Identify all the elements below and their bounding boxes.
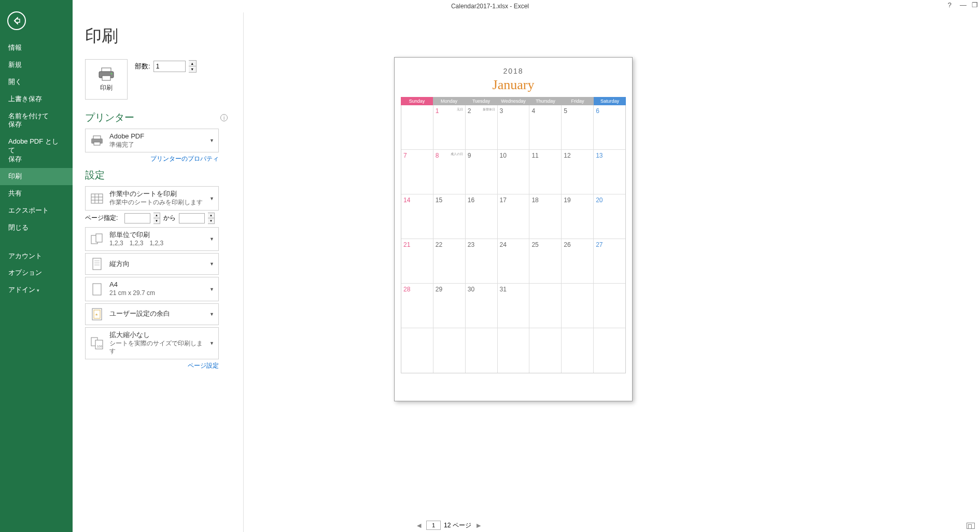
- chevron-down-icon: ▼: [209, 287, 214, 292]
- calendar-cell: 14: [401, 194, 433, 239]
- calendar-cell: 3: [498, 105, 530, 150]
- page-to-spinner[interactable]: ▲▼: [208, 213, 215, 224]
- copies-label: 部数:: [135, 62, 150, 71]
- calendar-day-header: Sunday: [401, 97, 433, 105]
- calendar-day-header: Thursday: [529, 97, 562, 105]
- nav-item[interactable]: 上書き保存: [0, 91, 73, 108]
- nav-item[interactable]: 印刷: [0, 168, 73, 185]
- printer-icon: [90, 133, 104, 148]
- calendar-cell: 26: [562, 239, 594, 284]
- settings-heading: 設定: [85, 169, 105, 182]
- calendar-cell: 9: [466, 150, 498, 194]
- copies-input[interactable]: [153, 61, 186, 72]
- nav-item[interactable]: 共有: [0, 185, 73, 202]
- chevron-down-icon: ▼: [209, 312, 214, 317]
- calendar-cell: [594, 328, 625, 373]
- title-bar: Calendar2017-1.xlsx - Excel ? — ❐: [0, 0, 980, 12]
- calendar-cell: 17: [498, 194, 530, 239]
- calendar-cell: [401, 328, 433, 373]
- nav-item[interactable]: 情報: [0, 39, 73, 57]
- total-pages-label: 12 ページ: [444, 521, 471, 530]
- sheets-icon: [90, 191, 104, 206]
- nav-item[interactable]: エクスポート: [0, 202, 73, 219]
- calendar-cell: 28: [401, 284, 433, 328]
- copies-spinner[interactable]: ▲▼: [189, 60, 197, 73]
- calendar-cell: 7: [401, 150, 433, 194]
- printer-heading: プリンター: [85, 111, 134, 124]
- svg-point-3: [111, 73, 113, 74]
- calendar-cell: [529, 284, 562, 328]
- calendar-cell: 5: [562, 105, 594, 150]
- chevron-down-icon: ▼: [209, 261, 214, 267]
- print-what-select[interactable]: 作業中のシートを印刷作業中のシートのみを印刷します ▼: [85, 186, 219, 210]
- calendar-cell: [562, 284, 594, 328]
- collate-select[interactable]: 部単位で印刷1,2,3 1,2,3 1,2,3 ▼: [85, 227, 219, 251]
- calendar-cell: [401, 105, 433, 150]
- nav-item[interactable]: 名前を付けて保存: [0, 108, 73, 134]
- calendar-cell: 31: [498, 284, 530, 328]
- margins-select[interactable]: ★ ユーザー設定の余白 ▼: [85, 303, 219, 325]
- back-button[interactable]: [7, 11, 26, 30]
- chevron-down-icon: ▼: [209, 196, 214, 201]
- page-to-input[interactable]: [179, 213, 205, 223]
- next-page-button[interactable]: ▶: [474, 522, 483, 529]
- nav-item[interactable]: アドイン: [0, 282, 73, 299]
- calendar-cell: 6: [594, 105, 625, 150]
- calendar-cell: [498, 328, 530, 373]
- printer-properties-link[interactable]: プリンターのプロパティ: [85, 155, 219, 163]
- calendar-year: 2018: [401, 67, 626, 75]
- calendar-cell: 16: [466, 194, 498, 239]
- nav-item[interactable]: 閉じる: [0, 219, 73, 236]
- window-title: Calendar2017-1.xlsx - Excel: [451, 3, 529, 10]
- window-buttons: ? — ❐: [948, 1, 978, 9]
- nav-item[interactable]: 開く: [0, 74, 73, 91]
- printer-icon: [97, 67, 115, 81]
- svg-text:100: 100: [97, 345, 103, 348]
- orientation-select[interactable]: 縦方向 ▼: [85, 253, 219, 275]
- current-page-input[interactable]: [426, 521, 441, 530]
- calendar-day-header: Wednesday: [497, 97, 529, 105]
- collate-icon: [90, 232, 104, 246]
- scale-icon: 100: [90, 336, 104, 351]
- chevron-down-icon: ▼: [209, 341, 214, 346]
- calendar-day-header: Saturday: [594, 97, 626, 105]
- page-from-input[interactable]: [124, 213, 150, 223]
- nav-item[interactable]: アカウント: [0, 248, 73, 265]
- svg-rect-7: [91, 194, 103, 203]
- scaling-select[interactable]: 100 拡大縮小なしシートを実際のサイズで印刷します ▼: [85, 327, 219, 359]
- calendar-cell: [466, 328, 498, 373]
- print-button[interactable]: 印刷: [85, 59, 128, 100]
- calendar-cell: [433, 328, 466, 373]
- help-icon[interactable]: ?: [948, 1, 951, 9]
- calendar-cell: 22: [433, 239, 466, 284]
- page-icon: [90, 282, 104, 297]
- calendar-header: SundayMondayTuesdayWednesdayThursdayFrid…: [401, 97, 626, 105]
- calendar-cell: 24: [498, 239, 530, 284]
- calendar-cell: 2振替休日: [466, 105, 498, 150]
- calendar-body: 1元日2振替休日345678成人の日9101112131415161718192…: [401, 105, 626, 373]
- paper-size-select[interactable]: A421 cm x 29.7 cm ▼: [85, 277, 219, 301]
- printer-select[interactable]: Adobe PDF準備完了 ▼: [85, 129, 219, 152]
- calendar-day-header: Monday: [433, 97, 465, 105]
- nav-item[interactable]: 新規: [0, 57, 73, 74]
- calendar-cell: 10: [498, 150, 530, 194]
- calendar-cell: 20: [594, 194, 625, 239]
- print-settings-panel: 印刷 印刷 部数: ▲▼ プリンターi Adobe PDF準備完了 ▼ プリンタ…: [73, 12, 244, 532]
- info-icon[interactable]: i: [220, 114, 228, 121]
- svg-rect-5: [93, 136, 101, 139]
- calendar-cell: 15: [433, 194, 466, 239]
- svg-text:★: ★: [95, 313, 98, 316]
- margins-icon: ★: [90, 307, 104, 321]
- page-setup-link[interactable]: ページ設定: [85, 361, 219, 370]
- zoom-to-page-button[interactable]: [967, 523, 975, 529]
- calendar-cell: 19: [562, 194, 594, 239]
- chevron-down-icon: ▼: [209, 236, 214, 242]
- chevron-down-icon: ▼: [209, 138, 214, 143]
- nav-item[interactable]: オプション: [0, 264, 73, 282]
- nav-item[interactable]: Adobe PDF として保存: [0, 133, 73, 168]
- minimize-icon[interactable]: —: [960, 1, 967, 9]
- prev-page-button[interactable]: ◀: [415, 522, 423, 529]
- page-from-spinner[interactable]: ▲▼: [153, 213, 160, 224]
- restore-icon[interactable]: ❐: [972, 1, 978, 9]
- calendar-cell: 13: [594, 150, 625, 194]
